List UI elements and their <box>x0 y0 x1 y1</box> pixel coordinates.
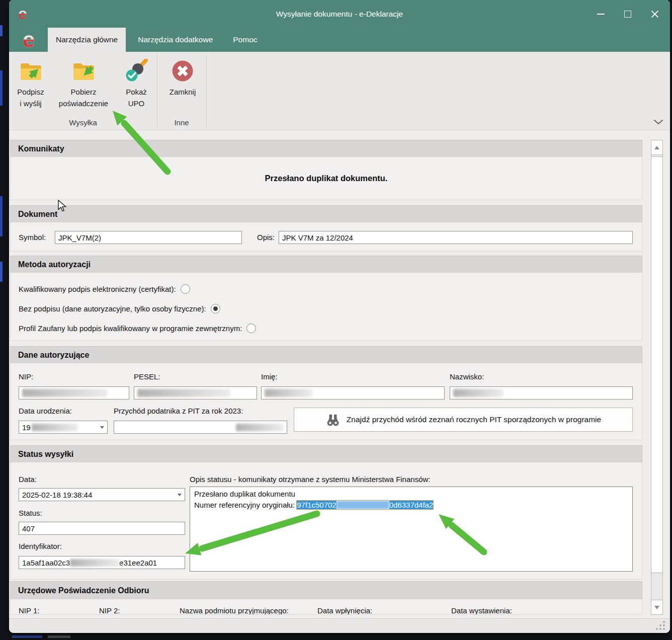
redacted-value <box>137 389 230 397</box>
imie-input[interactable] <box>261 386 445 399</box>
scroll-down-button[interactable] <box>651 600 663 615</box>
find-income-button[interactable]: Znajdź przychód wśród zeznań rocznych PI… <box>294 408 633 432</box>
folder-send-icon <box>19 59 43 83</box>
button-label: Pokaż <box>126 88 147 96</box>
sign-and-send-button[interactable]: Podpisz i wyślij <box>10 56 51 109</box>
section-dane-autoryzujace: Dane autoryzujące NIP: PESEL: Imię: Nazw… <box>10 346 642 440</box>
symbol-label: Symbol: <box>19 233 46 242</box>
auth-option-radio-bez-podpisu[interactable] <box>211 304 220 313</box>
upo-col-nazwa-podmiotu: Nazwa podmiotu przyjmującego: <box>180 606 289 615</box>
background-app-edge <box>12 635 42 638</box>
upo-col-data-wplyniecia: Data wpłynięcia: <box>317 606 372 615</box>
identyfikator-value: 1a5af1aa02c3 <box>22 558 70 567</box>
nip-input[interactable] <box>19 386 129 399</box>
close-window-button[interactable]: Zamknij <box>161 56 204 98</box>
close-button[interactable] <box>647 6 663 22</box>
screen: e Wysyłanie dokumentu - e-Deklaracje e N… <box>0 0 672 640</box>
svg-text:e: e <box>22 28 34 51</box>
status-input[interactable]: 407 <box>19 522 185 535</box>
nazwisko-label: Nazwisko: <box>450 372 484 381</box>
auth-option-label: Profil Zaufany lub podpis kwalifikowany … <box>19 324 242 333</box>
minimize-icon <box>597 14 605 15</box>
nip-label: NIP: <box>19 372 33 381</box>
data-label: Data: <box>19 475 37 484</box>
nazwisko-input[interactable] <box>450 386 633 399</box>
scroll-up-button[interactable] <box>651 140 663 155</box>
background-app-edge <box>0 25 3 36</box>
przychod-input[interactable] <box>114 421 287 434</box>
section-status-wysylki: Status wysyłki Data: 2025-02-18 19:38:44… <box>10 445 642 580</box>
button-label: UPO <box>128 99 145 108</box>
status-message-line: Przesłano duplikat dokumentu <box>194 489 628 500</box>
button-label: poświadczenie <box>59 99 108 108</box>
button-label: Podpisz <box>17 88 44 96</box>
ribbon-group-separator <box>157 54 157 128</box>
section-metoda-autoryzacji: Metoda autoryzacji Kwalifikowany podpis … <box>10 256 642 341</box>
window-titlebar: e Wysyłanie dokumentu - e-Deklaracje <box>9 0 670 28</box>
ref-number-end: 0d6337d4fa2 <box>389 501 434 509</box>
redacted-value <box>337 501 389 509</box>
upo-col-nip2: NIP 2: <box>99 606 120 615</box>
ribbon: Podpisz i wyślij Pobierz poświadczenie <box>9 52 670 130</box>
pesel-input[interactable] <box>134 386 257 399</box>
background-app-edge <box>0 196 3 236</box>
auth-option-radio-certyfikat[interactable] <box>181 284 190 294</box>
vertical-scrollbar[interactable] <box>651 140 663 615</box>
redacted-value <box>70 559 119 567</box>
upo-col-data-wystawienia: Data wystawienia: <box>451 606 512 615</box>
auth-option-label: Kwalifikowany podpis elektroniczny (cert… <box>19 285 176 293</box>
symbol-input[interactable]: JPK_V7M(2) <box>55 231 242 244</box>
imie-label: Imię: <box>261 372 278 381</box>
ribbon-collapse-button[interactable] <box>654 120 663 125</box>
resize-grip[interactable] <box>655 620 666 630</box>
close-icon <box>651 10 659 18</box>
stamp-icon <box>124 59 148 83</box>
redacted-value <box>32 424 78 431</box>
redacted-value <box>265 389 312 397</box>
tab-pomoc[interactable]: Pomoc <box>225 28 265 52</box>
app-window: e Wysyłanie dokumentu - e-Deklaracje e N… <box>9 0 670 633</box>
button-label: Zamknij <box>170 88 196 96</box>
section-header: Metoda autoryzacji <box>10 256 642 273</box>
window-statusbar <box>9 618 670 633</box>
section-header: Dane autoryzujące <box>10 346 642 363</box>
ribbon-group-inne: Inne <box>157 118 206 127</box>
ribbon-group-separator <box>206 54 207 128</box>
opis-statusu-textbox[interactable]: Przesłano duplikat dokumentu Numer refer… <box>190 487 633 572</box>
redacted-value <box>236 424 284 431</box>
download-confirmation-button[interactable]: Pobierz poświadczenie <box>52 56 115 109</box>
ref-number-prefix: Numer referencyjny oryginału: <box>194 501 297 509</box>
opis-label: Opis: <box>257 233 275 242</box>
upo-col-nip1: NIP 1: <box>19 606 39 615</box>
minimize-button[interactable] <box>593 6 609 22</box>
show-upo-button[interactable]: Pokaż UPO <box>117 56 156 109</box>
background-app-edge <box>0 70 3 106</box>
folder-receive-icon <box>71 59 96 83</box>
auth-option-radio-profil-zaufany[interactable] <box>246 324 256 333</box>
identyfikator-input[interactable]: 1a5af1aa02c3e31ee2a01 <box>19 556 185 569</box>
scrollbar-thumb[interactable] <box>651 156 663 573</box>
selected-reference-number: 97f1c507020d6337d4fa2 <box>297 501 433 509</box>
section-header: Komunikaty <box>10 140 642 157</box>
redacted-value <box>453 389 503 397</box>
data-dropdown[interactable]: 2025-02-18 19:38:44 <box>19 488 185 501</box>
section-upo: Urzędowe Poświadczenie Odbioru NIP 1: NI… <box>10 581 642 615</box>
opis-input[interactable]: JPK V7M za 12/2024 <box>279 231 633 244</box>
button-label: Pobierz <box>71 88 97 96</box>
window-title: Wysyłanie dokumentu - e-Deklaracje <box>9 0 670 28</box>
close-circle-icon <box>171 59 195 83</box>
application-menu-button[interactable]: e <box>9 28 48 52</box>
auth-option-label: Bez podpisu (dane autoryzacyjne, tylko o… <box>19 304 206 313</box>
chevron-down-icon <box>178 494 182 496</box>
data-urodzenia-dropdown[interactable]: 19 <box>19 421 108 434</box>
ribbon-group-wysylka: Wysyłka <box>9 118 157 127</box>
triangle-up-icon <box>654 146 659 149</box>
maximize-icon <box>624 11 631 18</box>
tab-narzedzia-glowne[interactable]: Narzędzia główne <box>48 28 126 52</box>
app-logo-large-icon: e <box>17 28 40 51</box>
tab-narzedzia-dodatkowe[interactable]: Narzędzia dodatkowe <box>130 28 221 52</box>
maximize-button[interactable] <box>620 6 636 22</box>
triangle-down-icon <box>654 606 659 609</box>
section-komunikaty: Komunikaty Przesłano duplikat dokumentu. <box>10 140 642 200</box>
identyfikator-label: Identyfikator: <box>19 542 62 550</box>
